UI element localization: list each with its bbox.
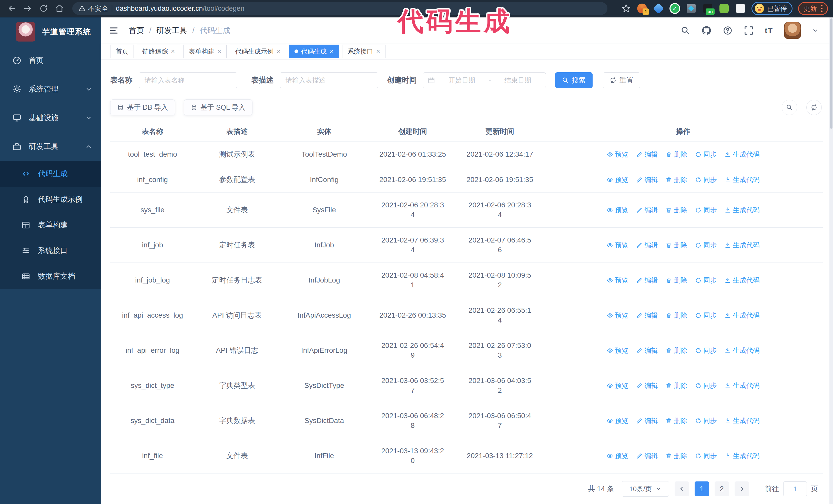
reload-button[interactable] — [37, 2, 50, 15]
action-generate-code[interactable]: 生成代码 — [724, 206, 760, 215]
action-generate-code[interactable]: 生成代码 — [724, 175, 760, 184]
tab-5[interactable]: 系统接口 × — [342, 45, 385, 58]
app-logo[interactable]: 芋道管理系统 — [0, 18, 101, 46]
refresh-table-button[interactable] — [806, 100, 822, 115]
avatar-caret-icon[interactable] — [812, 27, 819, 34]
action-edit[interactable]: 编辑 — [636, 175, 658, 184]
scrollbar[interactable] — [829, 18, 833, 504]
tab-2[interactable]: 表单构建 × — [183, 45, 227, 58]
sidebar-subitem-3[interactable]: 系统接口 — [0, 238, 101, 264]
user-avatar[interactable] — [784, 22, 801, 39]
grid-extension-icon[interactable] — [686, 3, 697, 14]
action-sync[interactable]: 同步 — [695, 452, 717, 460]
action-generate-code[interactable]: 生成代码 — [724, 150, 760, 159]
action-preview[interactable]: 预览 — [607, 206, 628, 215]
sidebar-item-3[interactable]: 研发工具 — [0, 132, 101, 161]
tab-close-icon[interactable]: × — [330, 48, 334, 55]
breadcrumb-home[interactable]: 首页 — [129, 25, 144, 36]
sidebar-subitem-0[interactable]: 代码生成 — [0, 161, 101, 187]
action-sync[interactable]: 同步 — [695, 175, 717, 184]
sidebar-subitem-1[interactable]: 代码生成示例 — [0, 187, 101, 212]
action-delete[interactable]: 删除 — [666, 175, 687, 184]
action-generate-code[interactable]: 生成代码 — [724, 311, 760, 320]
prev-page-button[interactable] — [674, 481, 689, 496]
green-check-extension-icon[interactable]: ✓ — [669, 3, 680, 14]
sidebar-subitem-4[interactable]: 数据库文档 — [0, 264, 101, 289]
browser-menu-icon[interactable] — [821, 5, 823, 12]
gem-extension-icon[interactable] — [653, 3, 664, 14]
tab-4[interactable]: 代码生成 × — [289, 45, 339, 58]
import-sql-button[interactable]: 基于 SQL 导入 — [184, 99, 253, 115]
action-delete[interactable]: 删除 — [666, 241, 687, 250]
action-edit[interactable]: 编辑 — [636, 416, 658, 425]
date-range-picker[interactable]: 开始日期 - 结束日期 — [423, 72, 546, 88]
date-start-placeholder[interactable]: 开始日期 — [438, 76, 485, 85]
action-preview[interactable]: 预览 — [607, 276, 628, 285]
action-generate-code[interactable]: 生成代码 — [724, 452, 760, 460]
font-size-icon[interactable]: tT — [765, 26, 773, 35]
action-sync[interactable]: 同步 — [695, 346, 717, 355]
action-sync[interactable]: 同步 — [695, 150, 717, 159]
page-button-2[interactable]: 2 — [715, 481, 729, 496]
page-button-1[interactable]: 1 — [695, 481, 709, 496]
puzzle-extension-icon[interactable] — [735, 3, 746, 14]
table-name-input[interactable] — [139, 72, 237, 88]
bookmark-star-icon[interactable] — [621, 4, 631, 13]
action-sync[interactable]: 同步 — [695, 276, 717, 285]
home-button[interactable] — [53, 2, 66, 15]
action-delete[interactable]: 删除 — [666, 150, 687, 159]
action-generate-code[interactable]: 生成代码 — [724, 276, 760, 285]
action-preview[interactable]: 预览 — [607, 381, 628, 390]
page-size-select[interactable]: 10条/页 — [622, 481, 669, 497]
tab-close-icon[interactable]: × — [217, 48, 221, 55]
orange-extension-icon[interactable]: 1 — [637, 3, 647, 14]
back-button[interactable] — [5, 2, 19, 15]
action-delete[interactable]: 删除 — [666, 381, 687, 390]
action-preview[interactable]: 预览 — [607, 311, 628, 320]
dark-extension-icon[interactable]: on — [702, 3, 713, 14]
action-delete[interactable]: 删除 — [666, 311, 687, 320]
show-search-button[interactable] — [782, 100, 797, 115]
tab-1[interactable]: 链路追踪 × — [137, 45, 180, 58]
search-icon[interactable] — [681, 26, 690, 35]
scrollbar-thumb[interactable] — [830, 19, 832, 129]
fullscreen-icon[interactable] — [744, 26, 754, 35]
sidebar-item-0[interactable]: 首页 — [0, 46, 101, 75]
github-icon[interactable] — [701, 25, 712, 35]
action-preview[interactable]: 预览 — [607, 150, 628, 159]
action-delete[interactable]: 删除 — [666, 452, 687, 460]
action-edit[interactable]: 编辑 — [636, 381, 658, 390]
address-bar[interactable]: 不安全 dashboard.yudao.iocoder.cn/tool/code… — [72, 2, 608, 15]
sidebar-item-1[interactable]: 系统管理 — [0, 75, 101, 103]
action-generate-code[interactable]: 生成代码 — [724, 416, 760, 425]
update-chip[interactable]: 更新 — [798, 2, 828, 15]
action-sync[interactable]: 同步 — [695, 311, 717, 320]
import-db-button[interactable]: 基于 DB 导入 — [110, 99, 175, 115]
action-delete[interactable]: 删除 — [666, 416, 687, 425]
action-edit[interactable]: 编辑 — [636, 346, 658, 355]
action-sync[interactable]: 同步 — [695, 206, 717, 215]
action-generate-code[interactable]: 生成代码 — [724, 241, 760, 250]
action-delete[interactable]: 删除 — [666, 346, 687, 355]
sidebar-subitem-2[interactable]: 表单构建 — [0, 212, 101, 238]
action-edit[interactable]: 编辑 — [636, 241, 658, 250]
action-sync[interactable]: 同步 — [695, 416, 717, 425]
action-sync[interactable]: 同步 — [695, 241, 717, 250]
help-icon[interactable] — [723, 26, 733, 35]
hamburger-icon[interactable] — [109, 25, 119, 35]
tab-3[interactable]: 代码生成示例 × — [230, 45, 286, 58]
action-generate-code[interactable]: 生成代码 — [724, 346, 760, 355]
paused-chip[interactable]: 已暂停 — [752, 2, 792, 15]
action-preview[interactable]: 预览 — [607, 416, 628, 425]
action-edit[interactable]: 编辑 — [636, 276, 658, 285]
tab-close-icon[interactable]: × — [376, 48, 380, 55]
action-delete[interactable]: 删除 — [666, 276, 687, 285]
robot-extension-icon[interactable] — [719, 3, 730, 14]
reset-button[interactable]: 重置 — [603, 72, 640, 88]
tab-close-icon[interactable]: × — [277, 48, 280, 55]
action-edit[interactable]: 编辑 — [636, 150, 658, 159]
action-edit[interactable]: 编辑 — [636, 206, 658, 215]
action-sync[interactable]: 同步 — [695, 381, 717, 390]
forward-button[interactable] — [21, 2, 34, 15]
breadcrumb-tools[interactable]: 研发工具 — [156, 25, 187, 36]
